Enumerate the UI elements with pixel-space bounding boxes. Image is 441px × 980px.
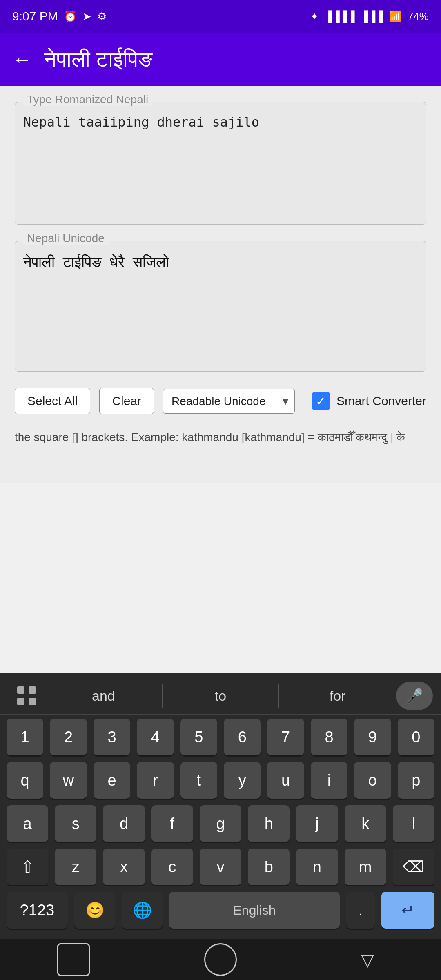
asdf-row: a s d f g h j k l bbox=[7, 805, 434, 842]
key-a[interactable]: a bbox=[7, 805, 48, 842]
key-9[interactable]: 9 bbox=[354, 719, 391, 755]
globe-key[interactable]: 🌐 bbox=[122, 892, 163, 929]
key-h[interactable]: h bbox=[248, 805, 290, 842]
key-w[interactable]: w bbox=[50, 762, 87, 799]
top-bar: ← नेपाली टाईपिङ bbox=[0, 33, 441, 86]
romanized-input[interactable] bbox=[15, 102, 426, 225]
key-z[interactable]: z bbox=[55, 849, 96, 885]
unicode-output-container: Nepali Unicode bbox=[15, 241, 426, 373]
alarm-icon: ⏰ bbox=[64, 10, 77, 23]
key-s[interactable]: s bbox=[55, 805, 96, 842]
smart-converter-group: ✓ Smart Converter bbox=[312, 392, 426, 410]
nav-back-icon[interactable]: ▽ bbox=[351, 943, 384, 976]
key-3[interactable]: 3 bbox=[94, 719, 130, 755]
key-l[interactable]: l bbox=[393, 805, 434, 842]
symbols-key[interactable]: ?123 bbox=[7, 892, 68, 929]
key-f[interactable]: f bbox=[151, 805, 193, 842]
key-1[interactable]: 1 bbox=[7, 719, 43, 755]
svg-rect-2 bbox=[17, 698, 24, 705]
key-m[interactable]: m bbox=[345, 849, 386, 885]
keyboard-top-row: and to for 🎤 bbox=[0, 673, 441, 715]
smart-converter-label: Smart Converter bbox=[336, 394, 426, 408]
microphone-button[interactable]: 🎤 bbox=[396, 682, 433, 710]
status-left: 9:07 PM ⏰ ➤ ⚙ bbox=[12, 9, 107, 23]
battery-level: 74% bbox=[408, 10, 429, 23]
key-7[interactable]: 7 bbox=[267, 719, 304, 755]
key-c[interactable]: c bbox=[151, 849, 193, 885]
unicode-output[interactable] bbox=[15, 241, 426, 372]
emoji-key[interactable]: 😊 bbox=[74, 892, 115, 929]
svg-rect-0 bbox=[17, 686, 24, 694]
signal1-icon: ▐▐▐▐ bbox=[325, 10, 355, 23]
zxcv-row: ⇧ z x c v b n m ⌫ bbox=[7, 849, 434, 885]
unicode-mode-dropdown[interactable]: Readable Unicode Traditional Unicode bbox=[163, 389, 295, 414]
keyboard-grid-icon[interactable] bbox=[8, 682, 45, 710]
navigation-icon: ➤ bbox=[82, 10, 91, 23]
key-4[interactable]: 4 bbox=[137, 719, 174, 755]
suggestion-and[interactable]: and bbox=[45, 684, 162, 708]
status-bar: 9:07 PM ⏰ ➤ ⚙ ✦ ▐▐▐▐ ▐▐▐ 📶 74% bbox=[0, 0, 441, 33]
key-j[interactable]: j bbox=[296, 805, 338, 842]
key-8[interactable]: 8 bbox=[311, 719, 347, 755]
key-p[interactable]: p bbox=[398, 762, 434, 799]
page-title: नेपाली टाईपिङ bbox=[44, 47, 152, 72]
keyboard: and to for 🎤 1 2 3 4 5 6 7 8 9 0 q w e r… bbox=[0, 673, 441, 980]
suggestion-to[interactable]: to bbox=[162, 684, 279, 708]
main-content: Type Romanized Nepali Nepali Unicode Sel… bbox=[0, 86, 441, 483]
key-0[interactable]: 0 bbox=[398, 719, 434, 755]
status-right: ✦ ▐▐▐▐ ▐▐▐ 📶 74% bbox=[310, 10, 429, 23]
status-time: 9:07 PM bbox=[12, 9, 58, 23]
space-key[interactable]: English bbox=[169, 892, 340, 929]
key-k[interactable]: k bbox=[345, 805, 386, 842]
bottom-row: ?123 😊 🌐 English . ↵ bbox=[7, 892, 434, 929]
wifi-icon: 📶 bbox=[389, 10, 402, 23]
signal2-icon: ▐▐▐ bbox=[361, 10, 383, 23]
keyboard-rows: 1 2 3 4 5 6 7 8 9 0 q w e r t y u i o p … bbox=[0, 715, 441, 939]
key-q[interactable]: q bbox=[7, 762, 43, 799]
key-b[interactable]: b bbox=[248, 849, 290, 885]
nav-home-icon[interactable] bbox=[204, 943, 237, 976]
backspace-key[interactable]: ⌫ bbox=[393, 849, 434, 885]
key-n[interactable]: n bbox=[296, 849, 338, 885]
period-key[interactable]: . bbox=[346, 892, 375, 929]
svg-rect-3 bbox=[29, 698, 36, 705]
romanized-input-container: Type Romanized Nepali bbox=[15, 102, 426, 226]
shift-key[interactable]: ⇧ bbox=[7, 849, 48, 885]
number-row: 1 2 3 4 5 6 7 8 9 0 bbox=[7, 719, 434, 755]
key-6[interactable]: 6 bbox=[224, 719, 261, 755]
nav-recents-icon[interactable] bbox=[57, 943, 90, 976]
bluetooth-icon: ✦ bbox=[310, 10, 319, 23]
suggestion-for[interactable]: for bbox=[279, 684, 396, 708]
key-o[interactable]: o bbox=[354, 762, 391, 799]
romanized-input-label: Type Romanized Nepali bbox=[23, 93, 152, 106]
key-x[interactable]: x bbox=[103, 849, 145, 885]
key-5[interactable]: 5 bbox=[180, 719, 217, 755]
select-all-button[interactable]: Select All bbox=[15, 388, 90, 414]
key-v[interactable]: v bbox=[200, 849, 241, 885]
enter-key[interactable]: ↵ bbox=[381, 892, 434, 929]
key-i[interactable]: i bbox=[311, 762, 347, 799]
qwerty-row: q w e r t y u i o p bbox=[7, 762, 434, 799]
controls-row: Select All Clear Readable Unicode Tradit… bbox=[15, 388, 426, 418]
smart-converter-checkbox[interactable]: ✓ bbox=[312, 392, 330, 410]
nav-bar: ▽ bbox=[0, 939, 441, 980]
key-e[interactable]: e bbox=[94, 762, 130, 799]
settings-icon: ⚙ bbox=[97, 10, 107, 23]
key-y[interactable]: y bbox=[224, 762, 261, 799]
key-g[interactable]: g bbox=[200, 805, 241, 842]
key-d[interactable]: d bbox=[103, 805, 145, 842]
key-t[interactable]: t bbox=[180, 762, 217, 799]
hint-text: the square [] brackets. Example: kathman… bbox=[15, 425, 426, 450]
unicode-output-label: Nepali Unicode bbox=[23, 232, 109, 245]
key-2[interactable]: 2 bbox=[50, 719, 87, 755]
svg-rect-1 bbox=[29, 686, 36, 694]
back-button[interactable]: ← bbox=[12, 48, 32, 71]
key-r[interactable]: r bbox=[137, 762, 174, 799]
unicode-mode-dropdown-container: Readable Unicode Traditional Unicode ▾ bbox=[163, 389, 295, 414]
clear-button[interactable]: Clear bbox=[99, 388, 154, 414]
key-u[interactable]: u bbox=[267, 762, 304, 799]
